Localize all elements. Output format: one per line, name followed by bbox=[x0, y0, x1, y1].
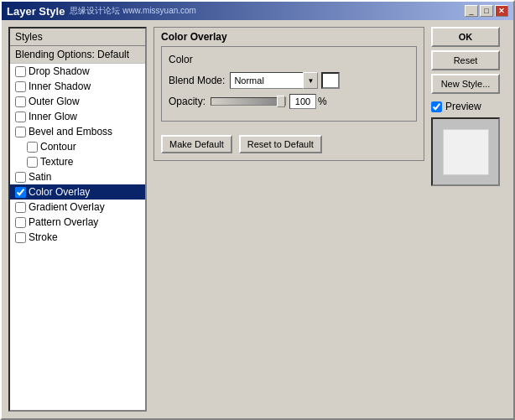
layer-style-window: Layer Style 思缘设计论坛 www.missyuan.com _ □ … bbox=[0, 0, 515, 420]
inner-glow-label: Inner Glow bbox=[29, 111, 77, 122]
opacity-label: Opacity: bbox=[169, 96, 205, 107]
inner-shadow-label: Inner Shadow bbox=[29, 80, 91, 92]
buttons-row: Make Default Reset to Default bbox=[154, 128, 424, 160]
color-group-legend: Color bbox=[169, 54, 409, 65]
contour-checkbox[interactable] bbox=[27, 142, 38, 153]
gradient-overlay-label: Gradient Overlay bbox=[29, 201, 105, 213]
sidebar-item-texture[interactable]: Texture bbox=[10, 154, 145, 169]
color-overlay-group: Color Overlay Color Blend Mode: Normal D… bbox=[153, 27, 424, 161]
title-bar: Layer Style 思缘设计论坛 www.missyuan.com _ □ … bbox=[2, 2, 513, 20]
sidebar-item-color-overlay[interactable]: Color Overlay bbox=[10, 184, 145, 200]
right-panel: OK Reset New Style... Preview bbox=[431, 27, 507, 412]
blend-mode-select-wrapper: Normal Dissolve Multiply Screen Overlay … bbox=[230, 72, 318, 89]
stroke-label: Stroke bbox=[29, 231, 58, 243]
reset-button[interactable]: Reset bbox=[431, 50, 500, 70]
texture-label: Texture bbox=[40, 156, 73, 168]
outer-glow-label: Outer Glow bbox=[29, 96, 80, 107]
drop-shadow-checkbox[interactable] bbox=[15, 66, 26, 77]
inner-shadow-checkbox[interactable] bbox=[15, 81, 26, 92]
gradient-overlay-checkbox[interactable] bbox=[15, 202, 26, 213]
color-overlay-label: Color Overlay bbox=[29, 186, 90, 198]
opacity-row: Opacity: % bbox=[169, 94, 409, 109]
reset-to-default-button[interactable]: Reset to Default bbox=[239, 135, 322, 153]
sidebar-item-bevel-emboss[interactable]: Bevel and Emboss bbox=[10, 124, 145, 139]
pattern-overlay-label: Pattern Overlay bbox=[29, 216, 98, 228]
window-title: Layer Style bbox=[7, 5, 65, 18]
preview-inner bbox=[443, 129, 489, 175]
sidebar-item-drop-shadow[interactable]: Drop Shadow bbox=[10, 64, 145, 79]
close-button[interactable]: ✕ bbox=[495, 5, 508, 17]
pattern-overlay-checkbox[interactable] bbox=[15, 217, 26, 228]
blending-options-label[interactable]: Blending Options: Default bbox=[10, 46, 145, 64]
color-swatch[interactable] bbox=[321, 72, 340, 89]
main-content: Styles Blending Options: Default Drop Sh… bbox=[2, 20, 513, 418]
sidebar-item-contour[interactable]: Contour bbox=[10, 139, 145, 154]
new-style-button[interactable]: New Style... bbox=[431, 74, 500, 94]
sidebar-item-inner-shadow[interactable]: Inner Shadow bbox=[10, 79, 145, 94]
inner-glow-checkbox[interactable] bbox=[15, 111, 26, 122]
outer-glow-checkbox[interactable] bbox=[15, 96, 26, 107]
texture-checkbox[interactable] bbox=[27, 157, 38, 168]
satin-label: Satin bbox=[29, 171, 51, 183]
title-bar-title: Layer Style 思缘设计论坛 www.missyuan.com bbox=[7, 5, 196, 18]
spacer bbox=[153, 168, 424, 412]
satin-checkbox[interactable] bbox=[15, 172, 26, 183]
styles-header: Styles bbox=[10, 29, 145, 46]
preview-label-container: Preview bbox=[431, 101, 507, 112]
preview-label-text: Preview bbox=[445, 101, 481, 112]
blend-mode-select[interactable]: Normal Dissolve Multiply Screen Overlay bbox=[230, 72, 318, 89]
stroke-checkbox[interactable] bbox=[15, 232, 26, 243]
color-overlay-checkbox[interactable] bbox=[15, 187, 26, 198]
percent-label: % bbox=[318, 96, 327, 107]
color-overlay-group-legend: Color Overlay bbox=[154, 28, 424, 43]
sidebar-item-outer-glow[interactable]: Outer Glow bbox=[10, 94, 145, 109]
preview-checkbox[interactable] bbox=[431, 101, 442, 112]
title-bar-controls: _ □ ✕ bbox=[465, 5, 508, 17]
make-default-button[interactable]: Make Default bbox=[161, 135, 232, 153]
blend-mode-row: Blend Mode: Normal Dissolve Multiply Scr… bbox=[169, 72, 409, 89]
ok-button[interactable]: OK bbox=[431, 27, 500, 47]
sidebar-item-stroke[interactable]: Stroke bbox=[10, 230, 145, 245]
bevel-emboss-label: Bevel and Emboss bbox=[29, 126, 112, 137]
left-panel: Styles Blending Options: Default Drop Sh… bbox=[8, 27, 147, 412]
middle-panel: Color Overlay Color Blend Mode: Normal D… bbox=[153, 27, 424, 412]
sidebar-item-gradient-overlay[interactable]: Gradient Overlay bbox=[10, 200, 145, 215]
opacity-slider-container bbox=[211, 97, 289, 106]
sidebar-item-satin[interactable]: Satin bbox=[10, 169, 145, 184]
minimize-button[interactable]: _ bbox=[465, 5, 478, 17]
opacity-input[interactable] bbox=[289, 94, 316, 109]
opacity-slider[interactable] bbox=[211, 97, 286, 106]
color-group: Color Blend Mode: Normal Dissolve Multip… bbox=[161, 46, 417, 122]
blend-mode-label: Blend Mode: bbox=[169, 75, 225, 86]
preview-box bbox=[431, 117, 500, 186]
maximize-button[interactable]: □ bbox=[480, 5, 493, 17]
contour-label: Contour bbox=[40, 141, 76, 153]
bevel-emboss-checkbox[interactable] bbox=[15, 127, 26, 137]
drop-shadow-label: Drop Shadow bbox=[29, 65, 90, 77]
sidebar-item-inner-glow[interactable]: Inner Glow bbox=[10, 109, 145, 124]
watermark: 思缘设计论坛 www.missyuan.com bbox=[70, 5, 196, 17]
sidebar-item-pattern-overlay[interactable]: Pattern Overlay bbox=[10, 215, 145, 230]
